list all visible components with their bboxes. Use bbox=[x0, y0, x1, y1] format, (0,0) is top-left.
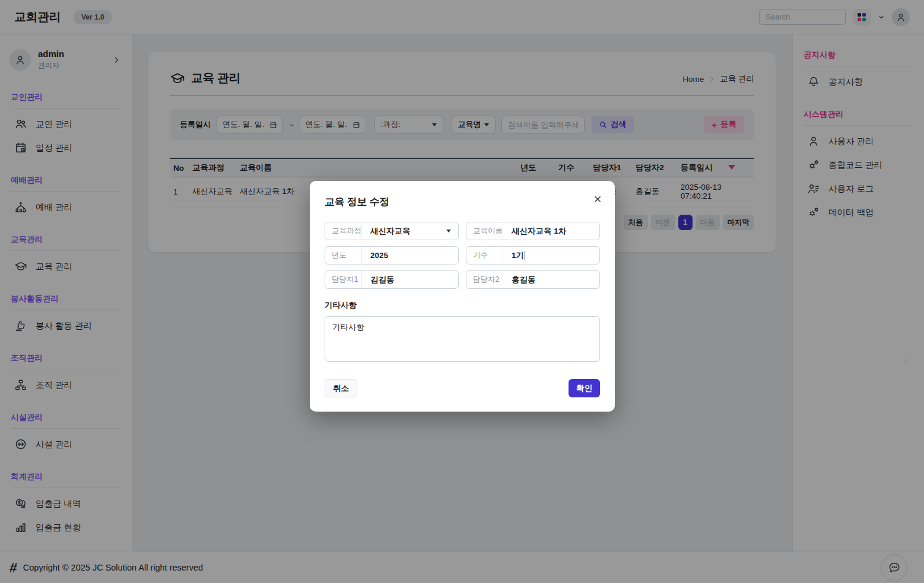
etc-textarea[interactable]: 기타사항 bbox=[325, 316, 600, 362]
close-icon[interactable]: ✕ bbox=[591, 193, 604, 206]
term-label: 기수 bbox=[466, 247, 503, 264]
resize-handle-icon[interactable] bbox=[902, 357, 908, 363]
education-name-input[interactable]: 교육이름 새신자교육 1차 bbox=[466, 222, 600, 240]
year-value: 2025 bbox=[362, 251, 458, 260]
manager1-label: 담당자1 bbox=[325, 271, 362, 288]
course-label: 교육과정 bbox=[325, 222, 362, 240]
year-input[interactable]: 년도 2025 bbox=[325, 246, 459, 265]
manager1-input[interactable]: 담당자1 김길동 bbox=[325, 270, 459, 289]
cancel-button[interactable]: 취소 bbox=[325, 379, 357, 397]
education-name-label: 교육이름 bbox=[466, 222, 503, 240]
manager2-label: 담당자2 bbox=[466, 271, 503, 288]
manager2-value: 홍길동 bbox=[503, 275, 599, 285]
course-select[interactable]: 교육과정 새신자교육 bbox=[325, 222, 459, 240]
course-value: 새신자교육 bbox=[362, 226, 446, 237]
term-value: 1기 bbox=[503, 250, 599, 261]
caret-down-icon bbox=[446, 230, 451, 232]
term-input[interactable]: 기수 1기 bbox=[466, 246, 600, 265]
confirm-button[interactable]: 확인 bbox=[569, 379, 600, 397]
manager2-input[interactable]: 담당자2 홍길동 bbox=[466, 270, 600, 289]
manager1-value: 김길동 bbox=[362, 275, 458, 285]
modal-title: 교육 정보 수정 bbox=[325, 195, 600, 209]
text-cursor bbox=[525, 251, 525, 260]
etc-label: 기타사항 bbox=[325, 300, 600, 311]
education-name-value: 새신자교육 1차 bbox=[503, 226, 599, 237]
edit-education-modal: 교육 정보 수정 ✕ 교육과정 새신자교육 교육이름 새신자교육 1차 년도 2… bbox=[310, 181, 615, 412]
year-label: 년도 bbox=[325, 247, 362, 264]
